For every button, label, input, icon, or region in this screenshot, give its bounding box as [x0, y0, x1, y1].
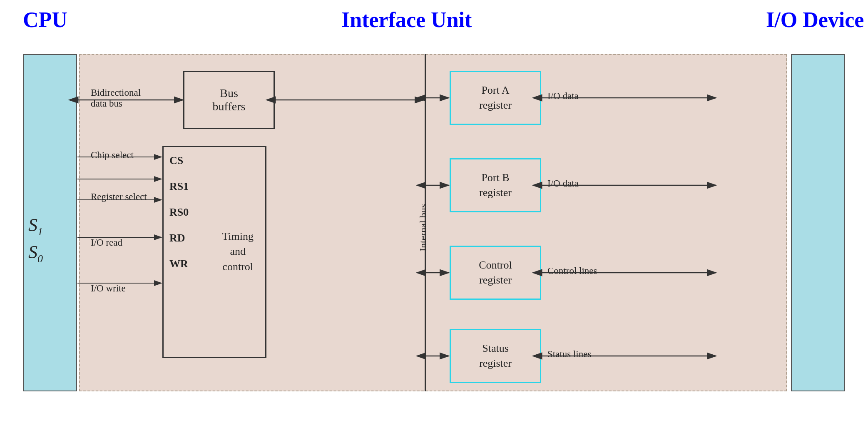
bus-buffers-box: Bus buffers	[183, 71, 275, 129]
port-a-register: Port A register	[450, 71, 541, 125]
status-lines-label: Status lines	[547, 349, 591, 360]
cpu-s-labels: S1S0	[28, 212, 43, 266]
io-data-b-label: I/O data	[547, 178, 579, 189]
timing-control-text: Timingandcontrol	[222, 229, 254, 274]
io-read-label: I/O read	[91, 237, 122, 248]
interface-title: Interface Unit	[341, 7, 472, 32]
rs0-label: RS0	[169, 206, 259, 219]
chip-select-label: Chip select	[91, 150, 134, 161]
main-container: CPU Interface Unit I/O Device S1S0 Bus b…	[0, 0, 868, 423]
io-data-a-label: I/O data	[547, 91, 579, 102]
control-lines-label: Control lines	[547, 266, 597, 276]
io-write-label: I/O write	[91, 283, 126, 294]
timing-control-box: CS RS1 RS0 RD WR Timingandcontrol	[162, 146, 266, 358]
cs-label: CS	[169, 154, 259, 167]
io-title: I/O Device	[766, 7, 864, 32]
bidirectional-bus-label: Bidirectionaldata bus	[91, 87, 141, 109]
control-register: Control register	[450, 246, 541, 300]
cpu-title: CPU	[23, 7, 67, 32]
internal-bus-label: Internal bus	[418, 204, 429, 251]
io-block	[791, 54, 845, 391]
port-b-register: Port B register	[450, 158, 541, 212]
rs1-label: RS1	[169, 180, 259, 193]
register-select-label: Register select	[91, 192, 147, 202]
status-register: Status register	[450, 329, 541, 383]
